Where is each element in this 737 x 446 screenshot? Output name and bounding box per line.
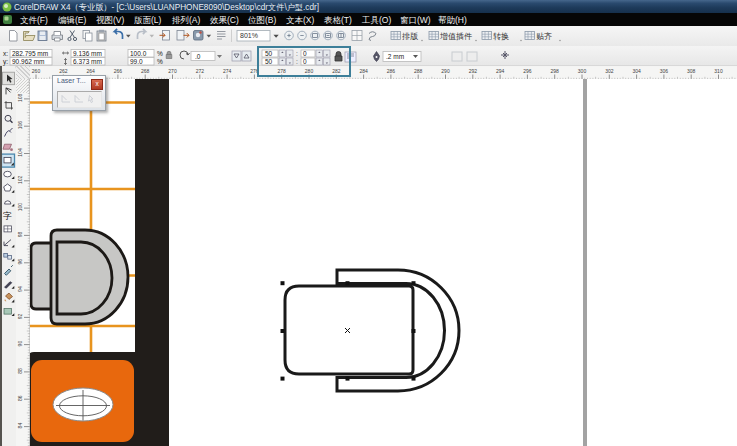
svg-text:282.795 mm: 282.795 mm xyxy=(12,50,48,57)
svg-text:308: 308 xyxy=(687,68,696,74)
svg-text:9.136 mm: 9.136 mm xyxy=(73,50,102,57)
svg-text:98: 98 xyxy=(17,231,23,237)
svg-text:306: 306 xyxy=(660,68,669,74)
svg-text:294: 294 xyxy=(496,68,505,74)
svg-text:274: 274 xyxy=(223,68,232,74)
svg-text:92: 92 xyxy=(17,313,23,319)
svg-text:增值插件: 增值插件 xyxy=(439,32,472,41)
svg-text:.0: .0 xyxy=(195,53,201,60)
svg-text:贴齐: 贴齐 xyxy=(536,32,552,41)
svg-text:104: 104 xyxy=(17,148,23,157)
svg-text:302: 302 xyxy=(605,68,614,74)
svg-text:288: 288 xyxy=(414,68,423,74)
svg-text:296: 296 xyxy=(523,68,532,74)
svg-text:266: 266 xyxy=(114,68,123,74)
svg-text:264: 264 xyxy=(86,68,95,74)
svg-text:%: % xyxy=(157,50,163,57)
svg-text:88: 88 xyxy=(17,368,23,374)
svg-text:268: 268 xyxy=(141,68,150,74)
svg-text:292: 292 xyxy=(469,68,478,74)
svg-text:286: 286 xyxy=(387,68,396,74)
svg-text:260: 260 xyxy=(32,68,41,74)
svg-text:284: 284 xyxy=(359,68,368,74)
svg-text:310: 310 xyxy=(714,68,723,74)
svg-text:转换: 转换 xyxy=(493,32,509,41)
svg-text:%: % xyxy=(157,58,163,65)
svg-text:300: 300 xyxy=(578,68,587,74)
svg-text:801%: 801% xyxy=(240,32,258,39)
svg-text:290: 290 xyxy=(441,68,450,74)
svg-text:272: 272 xyxy=(196,68,205,74)
svg-text:84: 84 xyxy=(17,423,23,429)
svg-text:x:: x: xyxy=(3,50,8,57)
svg-text:100.0: 100.0 xyxy=(130,50,147,57)
svg-text:y:: y: xyxy=(3,58,8,66)
svg-text:304: 304 xyxy=(632,68,641,74)
svg-text:298: 298 xyxy=(551,68,560,74)
svg-text:字: 字 xyxy=(3,211,12,221)
svg-text:96: 96 xyxy=(17,259,23,265)
svg-text:6.373 mm: 6.373 mm xyxy=(73,58,102,65)
svg-text:排版: 排版 xyxy=(402,32,418,41)
svg-text:102: 102 xyxy=(17,175,23,184)
svg-text:90.962 mm: 90.962 mm xyxy=(12,58,45,65)
svg-text:.2 mm: .2 mm xyxy=(386,53,404,60)
svg-text:90: 90 xyxy=(17,341,23,347)
svg-text:106: 106 xyxy=(17,121,23,130)
svg-text:262: 262 xyxy=(59,68,68,74)
svg-text:94: 94 xyxy=(17,286,23,292)
svg-text:108: 108 xyxy=(17,94,23,103)
svg-text:270: 270 xyxy=(168,68,177,74)
svg-text:99.0: 99.0 xyxy=(130,58,143,65)
svg-text:100: 100 xyxy=(17,203,23,212)
svg-text:86: 86 xyxy=(17,395,23,401)
